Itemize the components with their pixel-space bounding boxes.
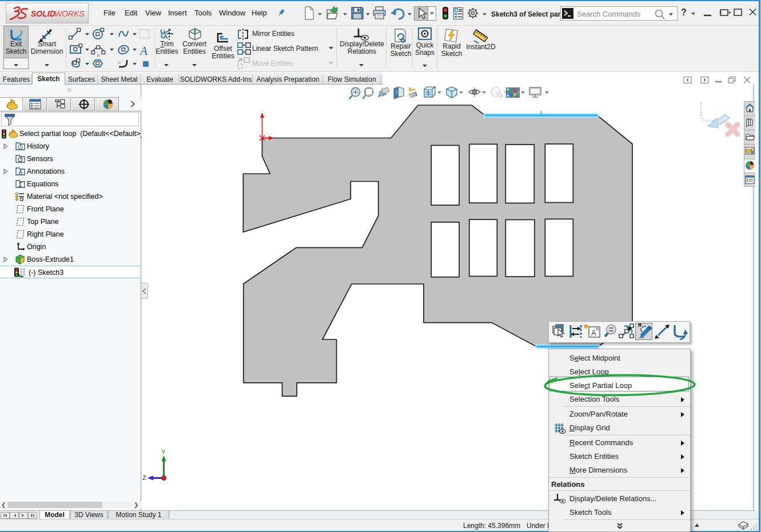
svg-text:A: A (591, 329, 596, 337)
svg-text:Y: Y (161, 449, 166, 455)
svg-text:A: A (412, 89, 417, 98)
svg-text:Z: Z (142, 474, 146, 481)
